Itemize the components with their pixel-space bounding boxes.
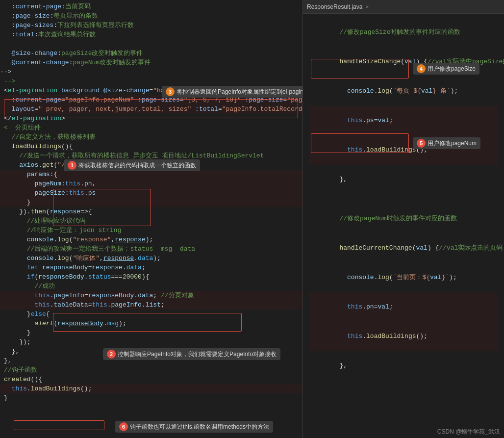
right-code-line: //修改pageNum时触发的事件对应的函数 [309,204,498,233]
code-line: let responseBody=response.data; [0,263,302,272]
code-line: loadBuildings(){ [0,142,302,151]
circle-5: 5 [417,139,426,148]
code-line-params: pageSize:this.ps [0,188,302,198]
tab-label: ResponseResult.java [307,3,362,10]
annotation-5-text: 用户修改pageNum [428,139,477,148]
code-line: @size-change:pageSize改变时触发的事件 [0,49,302,58]
code-line: if(responseBody.status===20000){ [0,272,302,282]
annotation-4-text: 用户修改pageSize [428,65,476,73]
code-line: } [0,328,302,337]
code-line: --> [0,77,302,86]
highlight-created [14,420,104,430]
main-container: :current-page:当前页码 :page-size:每页显示的条数 :p… [0,0,504,438]
code-line: //钩子函数 [0,365,302,375]
code-line: :page-sizes:下拉列表选择每页显示行数 [0,21,302,30]
code-line: :current-page:当前页码 [0,2,302,11]
left-code-panel: :current-page:当前页码 :page-size:每页显示的条数 :p… [0,0,303,438]
code-line-highlighted: layout=" prev, pager, next,jumper,total,… [0,104,302,114]
right-panel-header: ResponseResult.java ✕ [303,0,504,14]
left-code-area: :current-page:当前页码 :page-size:每页显示的条数 :p… [0,0,302,405]
close-tab-button[interactable]: ✕ [365,3,369,10]
code-line-params: pageNum:this.pn, [0,179,302,188]
code-line-params: } [0,198,302,207]
code-line: < 分页组件 [0,123,302,132]
circle-6: 6 [119,422,128,431]
right-code-line: console.log(`每页 ${val} 条`); [309,77,498,106]
code-line: //后端的攻城狮一定给我三个数据：status msg data [0,244,302,254]
annotation-6-text: 钩子函数也可以通过this.函数名调用methods中的方法 [130,423,269,431]
code-line: //自定义方法，获取楼栋列表 [0,132,302,142]
code-line: //成功 [0,282,302,291]
code-line: }).then(response=>{ [0,207,302,216]
code-line: :page-size:每页显示的条数 [0,11,302,21]
code-line-created: this.loadBuildings(); [0,384,302,393]
annotation-5: 5 用户修改pageNum [413,137,480,149]
code-line: //处理响应协议代码 [0,216,302,226]
code-line: //响应体一定是：json string [0,226,302,235]
annotation-4: 4 用户修改pageSize [413,63,479,75]
circle-2: 2 [107,350,116,359]
code-line: </el-pagination> [0,114,302,123]
annotation-2-text: 控制器响应PageInfo对象，我们就需要定义PageInfo对象接收 [118,350,277,359]
right-code-line: console.log(`当前页：${val}`); [309,263,498,292]
right-code-line: }, [309,351,498,381]
circle-3: 3 [166,87,175,96]
right-code-line: handleCurrentChange(val) {//val实际点击的页码 [309,233,498,263]
code-line: }else{ [0,309,302,319]
code-line: console.log("响应体",response.data); [0,254,302,263]
code-line-success: this.pageInfo=responseBody.data; //分页对象 [0,291,302,300]
annotation-6: 6 钩子函数也可以通过this.函数名调用methods中的方法 [115,421,273,433]
code-line: } [0,393,302,403]
csdn-watermark: CSDN @蜗牛学苑_武汉 [437,428,500,436]
right-panel: ResponseResult.java ✕ //修改pageSize时触发的事件… [303,0,504,438]
annotation-1: 1 将获取楼栋信息的代码抽取成一个独立的函数 [64,159,200,171]
annotation-1-text: 将获取楼栋信息的代码抽取成一个独立的函数 [78,161,196,170]
annotation-3: 3 将控制器返回的PageInfo对象属性绑定到el-pagination组件上 [162,86,303,98]
annotation-3-text: 将控制器返回的PageInfo对象属性绑定到el-pagination组件上 [176,88,303,96]
annotation-2: 2 控制器响应PageInfo对象，我们就需要定义PageInfo对象接收 [103,348,280,360]
circle-4: 4 [417,64,426,73]
right-code-line-pn: this.pn=val; [309,292,498,322]
code-line: console.log("response",response); [0,235,302,244]
code-line [0,39,302,49]
code-line-success: this.tableData=this.pageInfo.list; [0,300,302,309]
right-code-line [309,194,498,204]
code-line: @current-change:pageNum改变时触发的事件 [0,58,302,67]
code-line: :total:本次查询结果总行数 [0,30,302,39]
right-code-line: //修改pageSize时触发的事件对应的函数 [309,18,498,47]
code-line: created(){ [0,375,302,384]
circle-1: 1 [68,161,76,170]
code-line: alert(responseBody.msg); [0,319,302,328]
right-code-line-pn: this.loadBuildings(); [309,322,498,351]
right-code-line: }, [309,165,498,194]
code-line: }); [0,337,302,347]
right-code-line-ps: this.ps=val; [309,106,498,135]
